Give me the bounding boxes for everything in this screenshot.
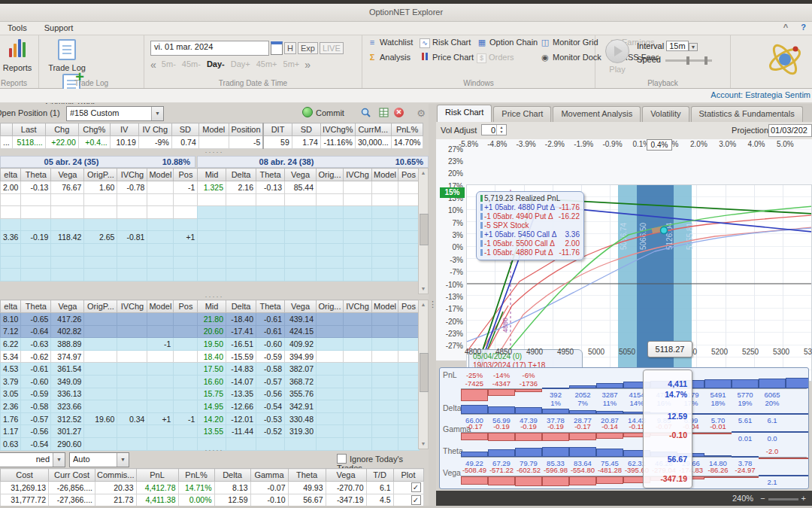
projection-date-input[interactable]: 01/03/202 — [768, 124, 812, 137]
table-row[interactable]: 8.10-0.65417.26 — [1, 313, 198, 326]
calendar-icon[interactable] — [271, 41, 283, 55]
table-row[interactable]: 31,777.72-27,366....21.734,411.380.00%12… — [1, 494, 424, 506]
ribbon-button-orders[interactable]: $Orders — [477, 53, 540, 63]
table-row[interactable] — [1, 193, 198, 206]
combo-mode-select[interactable]: ned▼ — [0, 452, 65, 467]
table-row[interactable]: 14.20-12.01-0.53330.48 — [198, 412, 420, 425]
speed-slider[interactable] — [665, 59, 712, 62]
table-row[interactable]: 7.12-0.64402.82 — [1, 325, 198, 338]
trading-date-input[interactable]: vi. 01 mar. 2024 — [150, 41, 269, 56]
strategy-select[interactable]: #158 Custom▼ — [66, 106, 164, 121]
step-5m+[interactable]: 5m+ — [280, 59, 303, 69]
tab-statistics-fundamentals[interactable]: Statistics & Fundamentals — [691, 106, 803, 122]
table-row[interactable]: 5.34-0.62374.97 — [1, 350, 198, 363]
table-row[interactable] — [1, 269, 198, 281]
menu-tools[interactable]: Tools — [0, 22, 35, 34]
scroll-thumb[interactable] — [420, 353, 429, 392]
collapse-ribbon-icon[interactable]: ^ — [783, 23, 788, 32]
menu-support[interactable]: Support — [37, 22, 81, 34]
ribbon-button-price-chart[interactable]: Price Chart — [420, 53, 477, 62]
table-row[interactable] — [198, 256, 420, 269]
play-button[interactable]: Play — [600, 39, 635, 74]
step-Day-[interactable]: Day- — [204, 59, 228, 69]
tab-price-chart[interactable]: Price Chart — [493, 106, 551, 122]
interval-dropdown-icon[interactable]: ▼ — [689, 43, 698, 51]
tab-risk-chart[interactable]: Risk Chart — [437, 105, 492, 122]
auto-select[interactable]: Auto▼ — [69, 452, 129, 467]
search-icon[interactable] — [359, 108, 371, 118]
commit-button[interactable]: Commit — [302, 107, 344, 117]
table-row[interactable]: 15.75-13.35-0.56355.76 — [198, 388, 420, 400]
table-row[interactable]: 6.22-0.63388.89-1 — [1, 338, 198, 351]
zoom-out-icon[interactable]: − — [760, 494, 765, 503]
table-row[interactable] — [1, 206, 198, 219]
zoom-slider[interactable] — [768, 498, 798, 500]
table-row[interactable] — [198, 193, 420, 206]
plot-checkbox[interactable]: ✓ — [411, 482, 421, 492]
hour-button[interactable]: H — [284, 42, 296, 54]
spinner-arrows-icon[interactable]: ▲▼ — [496, 125, 506, 135]
table-row[interactable] — [1, 256, 198, 269]
table-row[interactable] — [198, 243, 420, 256]
scrollbar-lower[interactable]: ▲ ▼ — [418, 300, 429, 449]
export-sheet-icon[interactable] — [377, 108, 389, 118]
price-slider-badge[interactable]: 5118.27 — [647, 341, 692, 357]
tab-volatility[interactable]: Volatility — [642, 106, 689, 122]
vol-adjust-spinner[interactable]: 0 ▲▼ — [481, 124, 507, 135]
step-Day+[interactable]: Day+ — [228, 59, 253, 69]
table-row[interactable] — [1, 218, 198, 231]
account-label[interactable]: Account: Estrategia Sentim — [710, 90, 810, 99]
close-position-icon[interactable]: ✕ — [394, 108, 404, 117]
ribbon-button-risk-chart[interactable]: ∿Risk Chart — [420, 38, 477, 48]
table-row[interactable]: 20.60-17.41-0.61424.15 — [198, 325, 420, 338]
step-45m+[interactable]: 45m+ — [253, 59, 280, 69]
table-row[interactable]: 21.80-18.40-0.61439.14 — [198, 313, 420, 326]
trade-log-button[interactable]: Trade Log — [44, 38, 90, 72]
step-5m-[interactable]: 5m- — [159, 59, 179, 69]
panel-splitter[interactable]: ⋮ — [429, 104, 436, 508]
table-row[interactable]: 18.40-15.59-0.59394.99 — [198, 350, 420, 363]
nav-back-icon[interactable]: « — [150, 59, 156, 71]
scroll-down-icon[interactable]: ▼ — [419, 440, 428, 449]
table-row[interactable]: ...5118....+22.00+0.4...10.19-9%0.74-559… — [1, 136, 423, 149]
scroll-up-icon[interactable]: ▲ — [419, 300, 428, 309]
scrollbar-upper[interactable]: ▲ ▼ — [418, 168, 429, 294]
table-row[interactable]: 1.17-0.56301.27 — [1, 425, 198, 438]
table-row[interactable]: 4.53-0.61361.54 — [1, 363, 198, 376]
table-row[interactable] — [198, 269, 420, 281]
table-row[interactable]: 31,269.13-26,856....20.334,412.7814.71%8… — [1, 482, 424, 494]
table-row[interactable]: 1.3252.16-0.1385.44 — [198, 181, 420, 194]
tab-movement-analysis[interactable]: Movement Analysis — [553, 106, 641, 122]
ribbon-button-watchlist[interactable]: ≡Watchlist — [367, 38, 420, 47]
ribbon-button-analysis[interactable]: ΣAnalysis — [367, 53, 420, 62]
table-row[interactable] — [198, 231, 420, 244]
plot-checkbox[interactable]: ✓ — [411, 495, 421, 505]
scroll-up-icon[interactable]: ▲ — [419, 169, 428, 178]
scroll-down-icon[interactable]: ▼ — [419, 284, 428, 294]
table-row[interactable]: 19.50-16.51-0.60409.92 — [198, 338, 420, 351]
step-45m-[interactable]: 45m- — [179, 59, 204, 69]
table-row[interactable]: 13.55-11.44-0.52319.30 — [198, 425, 420, 438]
table-row[interactable]: 3.05-0.59336.13 — [1, 388, 198, 400]
table-row[interactable]: 2.36-0.58323.66 — [1, 400, 198, 413]
scroll-thumb[interactable] — [420, 214, 429, 245]
table-row[interactable]: 16.60-14.07-0.57368.72 — [198, 375, 420, 388]
table-row[interactable]: 2.00-0.1376.671.60-0.78-1 — [1, 181, 198, 194]
zoom-in-icon[interactable]: + — [801, 494, 806, 503]
help-icon[interactable]: ? — [801, 23, 806, 32]
exp-button[interactable]: Exp — [298, 42, 318, 54]
splitter-handle[interactable]: ····· — [0, 151, 429, 155]
reports-button[interactable]: Reports — [0, 38, 41, 72]
ribbon-button-option-chain[interactable]: ▦Option Chain — [477, 38, 540, 47]
gear-icon[interactable]: ⚙ — [415, 108, 427, 118]
table-row[interactable]: 3.79-0.60349.09 — [1, 375, 198, 388]
table-row[interactable]: 1.76-0.57312.5219.600.34+1-1 — [1, 412, 198, 425]
live-button[interactable]: LIVE — [320, 42, 344, 54]
table-row[interactable]: 14.95-12.66-0.54342.91 — [198, 400, 420, 413]
interval-select[interactable]: 15m — [666, 41, 688, 51]
table-row[interactable] — [198, 206, 420, 219]
move-badge[interactable]: 0.4% — [647, 139, 672, 151]
table-row[interactable]: 17.50-14.83-0.58382.07 — [198, 363, 420, 376]
table-row[interactable] — [1, 243, 198, 256]
table-row[interactable]: 3.36-0.19118.422.65-0.81+1 — [1, 231, 198, 244]
